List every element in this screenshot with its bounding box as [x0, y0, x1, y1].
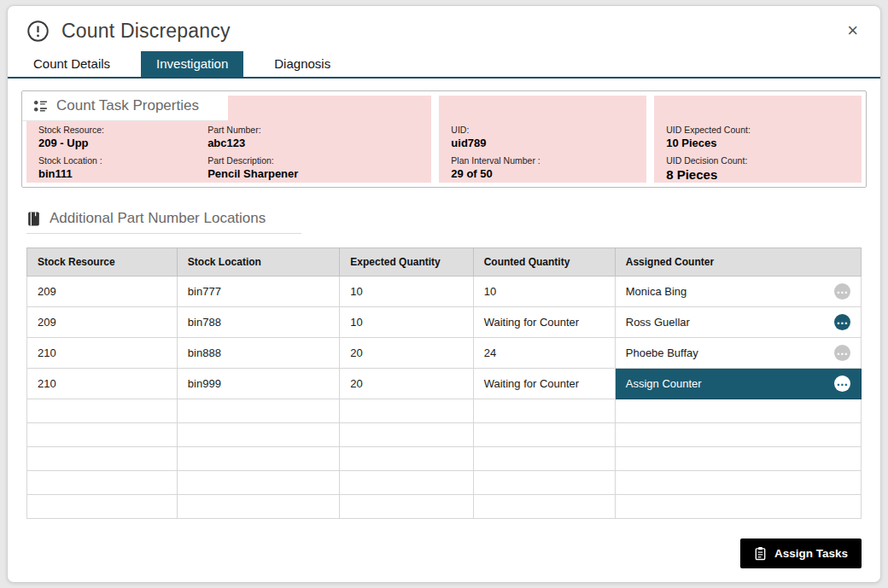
- clipboard-icon: [754, 546, 767, 561]
- cell-stock-resource: 210: [27, 338, 178, 369]
- field-label: Plan Interval Number :: [451, 155, 638, 166]
- cell-counted-quantity: Waiting for Counter: [473, 307, 615, 338]
- field-stock-location: Stock Location : bin111: [38, 155, 207, 180]
- cell-assign-counter-highlighted[interactable]: Assign Counter ⋯: [615, 369, 861, 399]
- assign-tasks-label: Assign Tasks: [774, 547, 848, 560]
- table-row: 210 bin888 20 24 Phoebe Buffay ⋯: [27, 338, 862, 369]
- column-header-stock-resource: Stock Resource: [27, 248, 178, 277]
- field-value: abc123: [207, 137, 423, 149]
- task-properties-icon: [32, 98, 49, 114]
- field-value: 8 Pieces: [666, 167, 853, 182]
- cell-stock-location: bin777: [177, 277, 340, 307]
- cell-stock-resource: 209: [27, 277, 178, 307]
- assign-counter-label: Assign Counter: [626, 377, 702, 390]
- locations-section-title: Additional Part Number Locations: [50, 210, 266, 227]
- table-header-row: Stock Resource Stock Location Expected Q…: [27, 248, 862, 277]
- row-menu-icon[interactable]: ⋯: [834, 283, 850, 300]
- table-row: 210 bin999 20 Waiting for Counter Assign…: [27, 369, 862, 399]
- table-row-empty: [27, 447, 862, 471]
- dialog-title: Count Discrepancy: [61, 20, 231, 43]
- count-task-properties-section: Count Task Properties Stock Resource: 20…: [21, 90, 867, 188]
- column-header-counted-quantity: Counted Quantity: [473, 248, 615, 277]
- column-header-expected-quantity: Expected Quantity: [340, 248, 473, 277]
- column-header-stock-location: Stock Location: [177, 248, 340, 277]
- field-stock-resource: Stock Resource: 209 - Upp: [38, 125, 207, 149]
- dialog-content: Count Task Properties Stock Resource: 20…: [8, 79, 880, 530]
- field-value: 29 of 50: [451, 167, 638, 180]
- tab-count-details[interactable]: Count Details: [32, 51, 112, 77]
- cell-stock-location: bin888: [177, 338, 340, 369]
- tab-investigation[interactable]: Investigation: [141, 51, 243, 77]
- locations-section-header: Additional Part Number Locations: [26, 210, 301, 234]
- column-header-assigned-counter: Assigned Counter: [615, 248, 861, 277]
- field-value: 10 Pieces: [666, 137, 853, 149]
- assign-tasks-button[interactable]: Assign Tasks: [740, 539, 862, 568]
- row-menu-icon[interactable]: ⋯: [834, 345, 850, 361]
- field-uid-decision-count: UID Decision Count: 8 Pieces: [666, 155, 853, 182]
- table-row: 209 bin788 10 Waiting for Counter Ross G…: [27, 307, 862, 338]
- table-row-empty: [27, 399, 862, 423]
- cell-stock-resource: 210: [27, 369, 178, 399]
- field-part-description: Part Description: Pencil Sharpener: [207, 155, 423, 180]
- properties-panel-2: UID: uid789 Plan Interval Number : 29 of…: [439, 96, 646, 183]
- cell-expected-quantity: 10: [340, 307, 473, 338]
- field-uid: UID: uid789: [451, 125, 638, 149]
- alert-icon: [26, 20, 50, 43]
- field-value: 209 - Upp: [38, 137, 207, 149]
- field-value: Pencil Sharpener: [207, 167, 423, 180]
- field-plan-interval: Plan Interval Number : 29 of 50: [451, 155, 638, 180]
- dialog-header: Count Discrepancy ×: [8, 6, 880, 49]
- properties-section-title: Count Task Properties: [56, 97, 199, 114]
- cell-expected-quantity: 20: [340, 338, 473, 369]
- row-menu-icon[interactable]: ⋯: [834, 376, 850, 392]
- count-task-properties-header: Count Task Properties: [22, 91, 228, 121]
- assigned-counter-name: Monica Bing: [626, 285, 687, 298]
- field-uid-expected-count: UID Expected Count: 10 Pieces: [666, 125, 853, 149]
- field-label: Stock Location :: [38, 155, 207, 166]
- cell-expected-quantity: 20: [340, 369, 473, 399]
- field-value: uid789: [451, 137, 638, 149]
- cell-counted-quantity: 10: [473, 277, 615, 307]
- locations-book-icon: [26, 211, 41, 227]
- assigned-counter-name: Ross Guellar: [626, 316, 690, 329]
- field-label: UID Expected Count:: [666, 125, 853, 135]
- table-row-empty: [27, 423, 862, 447]
- cell-expected-quantity: 10: [340, 277, 473, 307]
- tab-diagnosis[interactable]: Diagnosis: [272, 51, 332, 77]
- cell-counted-quantity: Waiting for Counter: [473, 369, 615, 399]
- count-discrepancy-dialog: Count Discrepancy × Count Details Invest…: [7, 5, 881, 583]
- row-menu-icon[interactable]: ⋯: [834, 314, 850, 330]
- cell-stock-location: bin999: [177, 369, 340, 399]
- cell-assigned-counter: Ross Guellar ⋯: [615, 307, 861, 338]
- table-row-empty: [27, 495, 862, 519]
- assigned-counter-name: Phoebe Buffay: [626, 346, 698, 359]
- field-part-number: Part Number: abc123: [207, 125, 423, 149]
- cell-stock-location: bin788: [177, 307, 340, 338]
- cell-counted-quantity: 24: [473, 338, 615, 369]
- cell-assigned-counter: Monica Bing ⋯: [615, 277, 861, 307]
- table-row-empty: [27, 471, 862, 495]
- cell-stock-resource: 209: [27, 307, 178, 338]
- properties-panel-3: UID Expected Count: 10 Pieces UID Decisi…: [654, 96, 862, 183]
- field-label: UID:: [451, 125, 638, 135]
- field-value: bin111: [38, 167, 207, 180]
- field-label: Part Number:: [207, 125, 423, 135]
- cell-assigned-counter: Phoebe Buffay ⋯: [615, 338, 861, 369]
- field-label: UID Decision Count:: [666, 155, 853, 166]
- field-label: Part Description:: [207, 155, 423, 166]
- dialog-footer: Assign Tasks: [8, 530, 880, 582]
- table-row: 209 bin777 10 10 Monica Bing ⋯: [27, 277, 862, 307]
- field-label: Stock Resource:: [38, 125, 207, 135]
- close-icon[interactable]: ×: [847, 21, 858, 40]
- locations-table: Stock Resource Stock Location Expected Q…: [26, 247, 862, 519]
- tab-bar: Count Details Investigation Diagnosis: [8, 49, 880, 79]
